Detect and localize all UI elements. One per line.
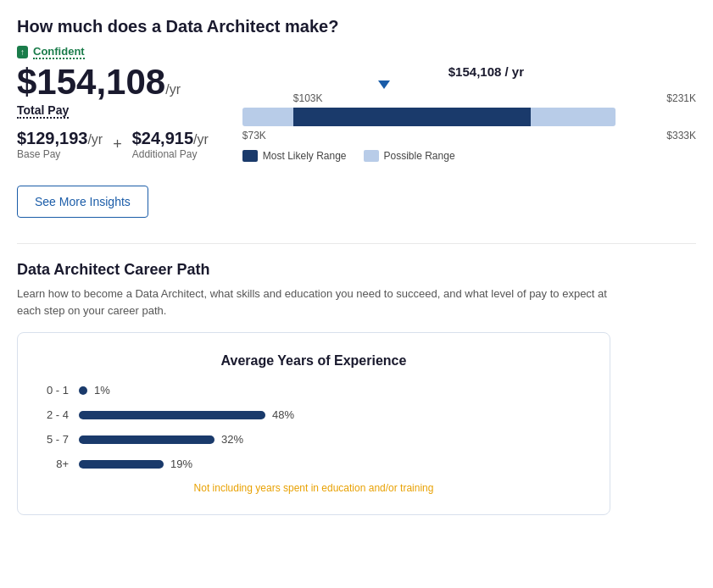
additional-pay-label: Additional Pay bbox=[132, 148, 209, 160]
range-right-label: $231K bbox=[666, 92, 696, 104]
exp-bar-container: 48% bbox=[79, 408, 584, 421]
range-labels: $103K $231K bbox=[242, 92, 696, 104]
base-pay-value: $129,193/yr bbox=[17, 129, 103, 148]
main-content: $154,108/yr Total Pay $129,193/yr Base P… bbox=[17, 64, 696, 218]
career-section: Data Architect Career Path Learn how to … bbox=[17, 243, 696, 515]
exp-label: 2 - 4 bbox=[43, 408, 69, 421]
pay-breakdown: $129,193/yr Base Pay + $24,915/yr Additi… bbox=[17, 129, 209, 160]
career-title: Data Architect Career Path bbox=[17, 261, 696, 279]
exp-bar-container: 19% bbox=[79, 458, 584, 470]
confident-icon: ↑ bbox=[17, 46, 28, 58]
salary-bar bbox=[242, 108, 696, 126]
total-pay-label[interactable]: Total Pay bbox=[17, 103, 69, 119]
main-salary-value: $154,108 bbox=[17, 62, 165, 102]
max-label: $333K bbox=[666, 130, 696, 141]
plus-sign: + bbox=[113, 136, 122, 153]
left-panel: $154,108/yr Total Pay $129,193/yr Base P… bbox=[17, 64, 209, 218]
exp-row: 5 - 732% bbox=[43, 433, 584, 446]
legend-likely-box bbox=[242, 150, 258, 162]
exp-percent: 32% bbox=[221, 433, 251, 446]
indicator-value: $154,108 / yr bbox=[276, 64, 696, 79]
bar-possible-left bbox=[242, 108, 293, 126]
legend-likely-label: Most Likely Range bbox=[263, 150, 347, 162]
exp-percent: 19% bbox=[170, 458, 200, 470]
exp-row: 2 - 448% bbox=[43, 408, 584, 421]
base-pay-section: $129,193/yr Base Pay bbox=[17, 129, 103, 160]
base-pay-label: Base Pay bbox=[17, 148, 103, 160]
see-more-insights-button[interactable]: See More Insights bbox=[17, 186, 148, 218]
exp-dot bbox=[79, 386, 87, 395]
experience-card: Average Years of Experience 0 - 11%2 - 4… bbox=[17, 332, 610, 515]
confident-label: Confident bbox=[33, 45, 85, 59]
min-label: $73K bbox=[242, 130, 266, 141]
exp-label: 0 - 1 bbox=[43, 384, 69, 397]
chart-legend: Most Likely Range Possible Range bbox=[242, 150, 696, 162]
exp-bar-container: 1% bbox=[79, 384, 584, 397]
exp-percent: 48% bbox=[272, 408, 302, 421]
legend-likely: Most Likely Range bbox=[242, 150, 347, 162]
additional-pay-value: $24,915/yr bbox=[132, 129, 209, 148]
exp-rows-container: 0 - 11%2 - 448%5 - 732%8+19% bbox=[43, 384, 584, 470]
range-left-label: $103K bbox=[293, 92, 323, 104]
exp-row: 0 - 11% bbox=[43, 384, 584, 397]
confident-badge: ↑ Confident bbox=[17, 45, 696, 59]
arrow-down-icon bbox=[378, 80, 390, 89]
salary-indicator: $154,108 / yr bbox=[242, 64, 696, 89]
exp-bar bbox=[79, 435, 214, 444]
exp-label: 8+ bbox=[43, 458, 69, 470]
legend-possible-label: Possible Range bbox=[384, 150, 455, 162]
exp-percent: 1% bbox=[94, 384, 124, 397]
exp-card-title: Average Years of Experience bbox=[43, 353, 584, 369]
exp-bar bbox=[79, 411, 265, 419]
career-description: Learn how to become a Data Architect, wh… bbox=[17, 286, 627, 319]
bar-range-labels: $73K $333K bbox=[242, 130, 696, 141]
legend-possible-box bbox=[364, 150, 379, 162]
bar-possible-right bbox=[531, 108, 616, 126]
main-salary-per-year: /yr bbox=[165, 82, 181, 97]
page-title: How much does a Data Architect make? bbox=[17, 17, 696, 36]
main-salary-row: $154,108/yr bbox=[17, 64, 209, 100]
exp-label: 5 - 7 bbox=[43, 433, 69, 446]
additional-pay-section: $24,915/yr Additional Pay bbox=[132, 129, 209, 160]
legend-possible: Possible Range bbox=[364, 150, 455, 162]
exp-bar bbox=[79, 460, 164, 469]
bar-likely bbox=[293, 108, 531, 126]
exp-bar-container: 32% bbox=[79, 433, 584, 446]
exp-note: Not including years spent in education a… bbox=[43, 482, 584, 494]
right-panel: $154,108 / yr $103K $231K $73K $333K Mos… bbox=[242, 64, 696, 162]
exp-row: 8+19% bbox=[43, 458, 584, 470]
